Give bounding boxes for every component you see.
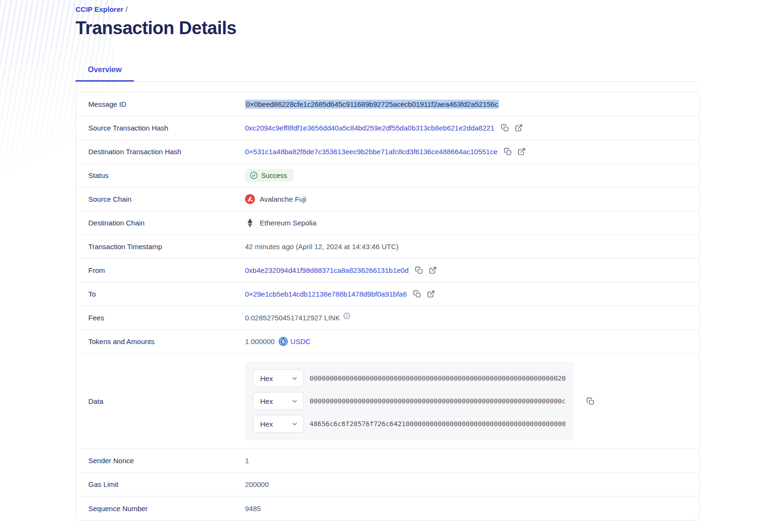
data-hex-line: 0000000000000000000000000000000000000000… [310,397,565,405]
main-content: CCIP Explorer/ Transaction Details Overv… [75,0,700,521]
message-id-value[interactable]: 0×0beed86228cfe1c2685d645c911689b92725ac… [245,100,499,109]
table-row-sequence-number: Sequence Number 9485 [76,496,699,520]
breadcrumb: CCIP Explorer/ [75,5,700,13]
breadcrumb-ccip-explorer-link[interactable]: CCIP Explorer [75,5,123,13]
table-row-gas-limit: Gas Limit 200000 [76,473,699,496]
breadcrumb-separator: / [126,5,128,13]
ethereum-icon [245,218,255,228]
table-row-destination-tx-hash: Destination Transaction Hash 0×531c1a48b… [76,140,699,164]
row-label: Destination Chain [76,219,245,227]
row-label: Fees [76,314,245,322]
row-value: 0xc2094c9eff8fdf1e3656dd40a5c84bd259e2df… [245,123,699,133]
row-label: Message ID [76,100,245,108]
chevron-down-icon [291,375,298,382]
row-value: 0.028527504517412927 LINK [245,314,699,322]
row-label: Source Transaction Hash [76,124,245,132]
table-row-source-tx-hash: Source Transaction Hash 0xc2094c9eff8fdf… [76,116,699,140]
token-amount: 1.000000 [245,337,275,345]
row-label: Sender Nonce [76,457,245,465]
hash-actions [415,266,438,275]
row-label: Destination Transaction Hash [76,148,245,156]
hash-actions [413,289,436,299]
table-row-to: To 0×29e1cb5eb14cdb12138e788b1478d9bf0a9… [76,282,699,306]
data-line: Hex 000000000000000000000000000000000000… [253,392,566,410]
fees-value: 0.028527504517412927 LINK [245,314,340,322]
data-panel: Hex 000000000000000000000000000000000000… [245,362,574,440]
row-label: Gas Limit [76,480,245,488]
gas-limit-value: 200000 [245,480,269,488]
data-wrap: Hex 000000000000000000000000000000000000… [245,354,595,448]
row-value: 0xb4e232094d41f98d88371ca8a8236266131b1e… [245,266,699,275]
row-label: Sequence Number [76,504,245,513]
sequence-number-value: 9485 [245,504,261,513]
row-label: Data [76,397,245,405]
hex-format-value: Hex [260,374,273,383]
data-line: Hex 000000000000000000000000000000000000… [253,369,566,387]
sender-nonce-value: 1 [245,457,249,465]
hex-format-value: Hex [260,397,273,405]
table-row-from: From 0xb4e232094d41f98d88371ca8a82362661… [76,259,699,282]
row-value: 42 minutes ago (April 12, 2024 at 14:43:… [245,243,699,251]
row-value: Avalanche Fuji [245,194,699,204]
destination-tx-hash-link[interactable]: 0×531c1a48ba82f8de7c353613eec9b2bbe71afc… [245,148,498,156]
token-link[interactable]: $ USDC [279,337,311,346]
tab-overview[interactable]: Overview [75,59,134,82]
tab-bar: Overview [75,59,700,82]
table-row-fees: Fees 0.028527504517412927 LINK [76,306,699,330]
usdc-icon: $ [279,337,288,346]
row-value: 0×531c1a48ba82f8de7c353613eec9b2bbe71afc… [245,147,699,157]
chevron-down-icon [291,420,298,428]
external-link-icon[interactable] [426,289,436,299]
page-title: Transaction Details [75,18,700,38]
row-value: Hex 000000000000000000000000000000000000… [245,354,699,448]
hex-format-select[interactable]: Hex [253,415,304,433]
chevron-down-icon [291,398,298,405]
source-chain-cell: Avalanche Fuji [245,194,306,204]
copy-icon[interactable] [500,123,509,133]
table-row-tokens-amounts: Tokens and Amounts 1.000000 $ USDC [76,330,699,354]
row-value: 1.000000 $ USDC [245,337,699,346]
row-label: Transaction Timestamp [76,243,245,251]
table-row-source-chain: Source Chain Avalanche Fuji [76,187,699,211]
row-value: 200000 [245,480,699,488]
copy-icon[interactable] [503,147,513,157]
row-value: 1 [245,457,699,465]
svg-text:$: $ [282,339,285,344]
token-symbol: USDC [291,337,311,345]
data-hex-line: 0000000000000000000000000000000000000000… [310,374,565,382]
copy-icon[interactable] [585,396,595,406]
table-row-timestamp: Transaction Timestamp 42 minutes ago (Ap… [76,235,699,259]
table-row-data: Data Hex 0000000000000000000000000000000… [76,354,699,449]
table-row-status: Status Success [76,164,699,187]
to-address-link[interactable]: 0×29e1cb5eb14cdb12138e788b1478d9bf0a91bf… [245,290,407,298]
table-row-sender-nonce: Sender Nonce 1 [76,449,699,473]
destination-chain-cell: Ethereum Sepolia [245,218,316,228]
row-label: From [76,266,245,274]
source-tx-hash-link[interactable]: 0xc2094c9eff8fdf1e3656dd40a5c84bd259e2df… [245,124,494,132]
external-link-icon[interactable] [428,266,438,275]
row-label: Source Chain [76,195,245,203]
info-icon[interactable] [343,312,350,319]
row-label: To [76,290,245,298]
row-label: Tokens and Amounts [76,337,245,345]
hex-format-select[interactable]: Hex [253,369,304,387]
external-link-icon[interactable] [517,147,527,157]
row-value: Ethereum Sepolia [245,218,699,228]
hex-format-value: Hex [260,420,273,428]
transaction-detail-table: Message ID 0×0beed86228cfe1c2685d645c911… [75,92,700,521]
row-value: 0×29e1cb5eb14cdb12138e788b1478d9bf0a91bf… [245,289,699,299]
table-row-message-id: Message ID 0×0beed86228cfe1c2685d645c911… [76,93,699,116]
from-address-link[interactable]: 0xb4e232094d41f98d88371ca8a8236266131b1e… [245,266,409,274]
check-circle-icon [250,171,258,179]
timestamp-value: 42 minutes ago (April 12, 2024 at 14:43:… [245,243,399,251]
status-badge: Success [245,169,293,182]
hex-format-select[interactable]: Hex [253,392,304,410]
row-label: Status [76,171,245,179]
status-text: Success [261,172,287,179]
copy-icon[interactable] [413,289,422,299]
copy-icon[interactable] [415,266,424,275]
token-cell: 1.000000 $ USDC [245,337,311,346]
data-line: Hex 48656c6c6f20576f726c6421000000000000… [253,415,566,433]
row-value: 0×0beed86228cfe1c2685d645c911689b92725ac… [245,100,699,109]
external-link-icon[interactable] [514,123,523,133]
